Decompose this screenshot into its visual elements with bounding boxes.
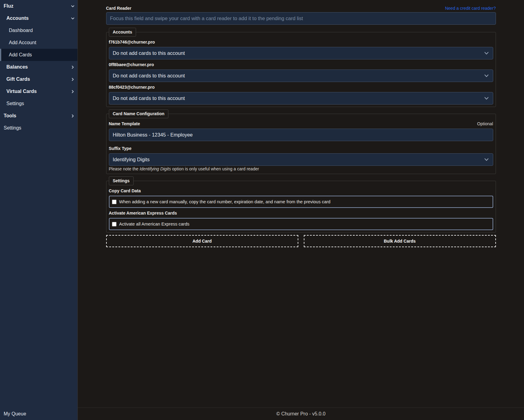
copy-card-data-label: Copy Card Data (109, 187, 493, 195)
account-select-1[interactable]: Do not add cards to this account (109, 69, 493, 82)
sidebar-item-balances[interactable]: Balances (0, 61, 77, 73)
account-group: 88cf0423@churner.proDo not add cards to … (109, 84, 493, 105)
sidebar-item-label: Settings (4, 125, 21, 131)
sidebar-item-gift-cards[interactable]: Gift Cards (0, 73, 77, 85)
actions-row: Add Card Bulk Add Cards (106, 235, 496, 247)
sidebar-item-label: Tools (4, 113, 16, 119)
sidebar-item-accounts[interactable]: Accounts (0, 12, 77, 24)
activate-amex-text[interactable]: Activate all American Express cards (119, 222, 189, 226)
copy-card-data-text[interactable]: When adding a new card manually, copy th… (119, 199, 331, 204)
copy-card-data-well[interactable]: When adding a new card manually, copy th… (109, 196, 493, 208)
chevron-down-icon (484, 97, 489, 100)
copy-card-data-group: Copy Card Data When adding a new card ma… (109, 187, 493, 208)
account-select-value: Do not add cards to this account (113, 95, 185, 101)
copy-card-data-checkbox[interactable] (112, 200, 117, 204)
suffix-type-label: Suffix Type (109, 145, 493, 152)
sidebar-item-label: Add Account (9, 40, 36, 45)
bulk-add-cards-button[interactable]: Bulk Add Cards (304, 235, 496, 247)
suffix-type-help: Please note the Identifying Digits optio… (109, 166, 493, 172)
sidebar-item-label: Balances (6, 64, 28, 70)
card-reader-input[interactable] (106, 12, 496, 25)
account-select-0[interactable]: Do not add cards to this account (109, 47, 493, 59)
chevron-right-icon (70, 89, 75, 94)
sidebar-item-label: Dashboard (9, 28, 33, 33)
card-reader-label: Card Reader (106, 5, 131, 12)
name-template-label: Name Template (109, 120, 140, 128)
sidebar-item-add-account[interactable]: Add Account (0, 37, 77, 49)
card-reader-group: Card Reader Need a credit card reader? (106, 5, 496, 25)
account-email-label: f761b746@churner.pro (109, 38, 493, 46)
chevron-right-icon (70, 114, 75, 118)
card-name-fieldset: Card Name Configuration Name Template Op… (106, 109, 496, 174)
optional-label: Optional (477, 120, 493, 128)
chevron-down-icon (484, 158, 489, 161)
sidebar-item-label: Add Cards (9, 52, 32, 58)
sidebar-item-settings[interactable]: Settings (0, 122, 77, 134)
sidebar: FluzAccountsDashboardAdd AccountAdd Card… (0, 0, 78, 420)
accounts-legend: Accounts (109, 28, 136, 37)
chevron-right-icon (70, 77, 75, 82)
suffix-type-help-italic: Identifying Digits (140, 166, 171, 171)
chevron-down-icon (484, 74, 489, 77)
account-select-2[interactable]: Do not add cards to this account (109, 92, 493, 105)
sidebar-item-settings[interactable]: Settings (0, 98, 77, 110)
activate-amex-group: Activate American Express Cards Activate… (109, 209, 493, 230)
need-card-reader-link[interactable]: Need a credit card reader? (445, 5, 496, 12)
sidebar-item-label: Gift Cards (6, 77, 30, 82)
sidebar-nav: FluzAccountsDashboardAdd AccountAdd Card… (0, 0, 77, 408)
sidebar-item-add-cards[interactable]: Add Cards (0, 49, 77, 61)
name-template-label-row: Name Template Optional (109, 120, 493, 129)
name-template-group: Name Template Optional (109, 120, 493, 141)
sidebar-item-fluz[interactable]: Fluz (0, 0, 77, 12)
card-name-legend: Card Name Configuration (109, 109, 169, 118)
card-reader-label-row: Card Reader Need a credit card reader? (106, 5, 496, 12)
content: Card Reader Need a credit card reader? A… (106, 0, 496, 408)
account-group: 0ff8baee@churner.proDo not add cards to … (109, 61, 493, 82)
account-email-label: 88cf0423@churner.pro (109, 84, 493, 91)
add-card-button[interactable]: Add Card (106, 235, 298, 247)
activate-amex-label: Activate American Express Cards (109, 209, 493, 217)
chevron-right-icon (70, 65, 75, 69)
footer-copyright: © Churner Pro - v5.0.0 (276, 411, 325, 417)
accounts-list: f761b746@churner.proDo not add cards to … (109, 38, 493, 105)
suffix-type-group: Suffix Type Identifying Digits Please no… (109, 145, 493, 172)
sidebar-item-dashboard[interactable]: Dashboard (0, 24, 77, 37)
settings-legend: Settings (109, 176, 134, 185)
account-group: f761b746@churner.proDo not add cards to … (109, 38, 493, 59)
activate-amex-checkbox[interactable] (112, 222, 117, 226)
account-select-value: Do not add cards to this account (113, 50, 185, 56)
activate-amex-well[interactable]: Activate all American Express cards (109, 218, 493, 230)
chevron-down-icon (484, 52, 489, 55)
account-email-label: 0ff8baee@churner.pro (109, 61, 493, 69)
suffix-type-select[interactable]: Identifying Digits (109, 153, 493, 166)
sidebar-item-label: Fluz (4, 3, 13, 9)
sidebar-item-label: Settings (6, 101, 24, 106)
sidebar-item-virtual-cards[interactable]: Virtual Cards (0, 85, 77, 98)
sidebar-item-my-queue[interactable]: My Queue (0, 408, 77, 420)
suffix-type-value: Identifying Digits (113, 157, 150, 162)
sidebar-item-tools[interactable]: Tools (0, 110, 77, 122)
name-template-input[interactable] (109, 129, 493, 141)
main-area: Card Reader Need a credit card reader? A… (78, 0, 524, 420)
accounts-fieldset: Accounts f761b746@churner.proDo not add … (106, 28, 496, 107)
footer: © Churner Pro - v5.0.0 (78, 408, 524, 420)
sidebar-item-label: Accounts (6, 16, 29, 21)
settings-fieldset: Settings Copy Card Data When adding a ne… (106, 176, 496, 233)
sidebar-item-label: Virtual Cards (6, 89, 37, 94)
chevron-down-icon (70, 4, 75, 9)
chevron-down-icon (70, 16, 75, 21)
account-select-value: Do not add cards to this account (113, 73, 185, 79)
